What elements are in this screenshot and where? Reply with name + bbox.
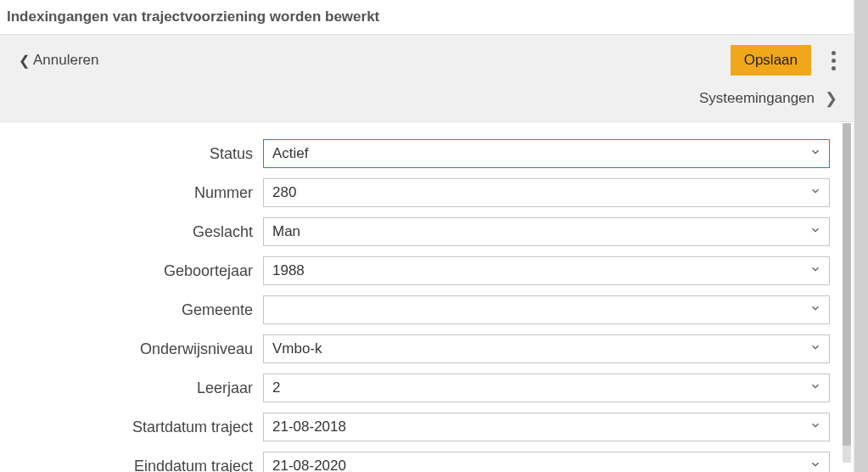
chevron-right-icon[interactable]: ❯ (825, 89, 837, 108)
field-label: Gemeente (8, 301, 263, 319)
page-title: Indexingangen van trajectvoorziening wor… (7, 8, 843, 25)
form-row: OnderwijsniveauVmbo-k (8, 334, 844, 363)
field-label: Geboortejaar (8, 262, 263, 280)
field-label: Startdatum traject (8, 419, 263, 436)
form-row: Startdatum traject21-08-2018 (8, 413, 844, 441)
scrollbar-thumb[interactable] (843, 123, 851, 446)
field-label: Geslacht (8, 223, 263, 241)
page-header: Indexingangen van trajectvoorziening wor… (0, 0, 853, 35)
select-wrap: 21-08-2020 (263, 452, 830, 472)
chevron-left-icon: ❮ (19, 53, 30, 69)
select-status[interactable]: Actief (263, 139, 830, 168)
select-wrap (263, 295, 830, 324)
form-row: Geboortejaar1988 (8, 256, 844, 285)
cancel-button[interactable]: ❮ Annuleren (19, 52, 99, 69)
select-startdatum-traject[interactable]: 21-08-2018 (263, 413, 830, 441)
select-onderwijsniveau[interactable]: Vmbo-k (263, 334, 830, 363)
select-wrap: 280 (263, 178, 830, 207)
form-row: Leerjaar2 (8, 374, 844, 402)
more-menu-button[interactable] (826, 48, 841, 74)
outer-scrollbar-thumb[interactable] (854, 0, 868, 472)
toolbar: ❮ Annuleren Opslaan (0, 35, 853, 86)
outer-scrollbar[interactable] (854, 0, 868, 472)
dot-icon (832, 51, 836, 55)
save-button[interactable]: Opslaan (731, 45, 811, 76)
select-geslacht[interactable]: Man (263, 217, 830, 246)
select-wrap: Man (263, 217, 830, 246)
select-einddatum-traject[interactable]: 21-08-2020 (263, 452, 830, 472)
subnav: Systeemingangen ❯ (0, 86, 853, 121)
form-panel: StatusActiefNummer280GeslachtManGeboorte… (0, 121, 853, 472)
form-row: Gemeente (8, 295, 844, 324)
select-nummer[interactable]: 280 (263, 178, 830, 207)
select-leerjaar[interactable]: 2 (263, 374, 830, 402)
form-row: StatusActief (8, 139, 844, 168)
dot-icon (832, 66, 836, 70)
select-wrap: Actief (263, 139, 830, 168)
form-row: Einddatum traject21-08-2020 (8, 452, 844, 472)
select-wrap: 2 (263, 374, 830, 402)
cancel-label: Annuleren (33, 52, 99, 69)
select-geboortejaar[interactable]: 1988 (263, 256, 830, 285)
select-wrap: 1988 (263, 256, 830, 285)
form-row: Nummer280 (8, 178, 844, 207)
field-label: Einddatum traject (8, 458, 263, 473)
field-label: Status (8, 145, 263, 163)
select-wrap: 21-08-2018 (263, 413, 830, 441)
dot-icon (832, 59, 836, 63)
select-wrap: Vmbo-k (263, 334, 830, 363)
field-label: Nummer (8, 184, 263, 202)
field-label: Onderwijsniveau (8, 340, 263, 358)
form-row: GeslachtMan (8, 217, 844, 246)
inner-scrollbar[interactable] (843, 123, 851, 463)
field-label: Leerjaar (8, 379, 263, 397)
toolbar-right: Opslaan (731, 45, 841, 76)
subnav-label: Systeemingangen (699, 90, 815, 107)
select-gemeente[interactable] (263, 295, 830, 324)
